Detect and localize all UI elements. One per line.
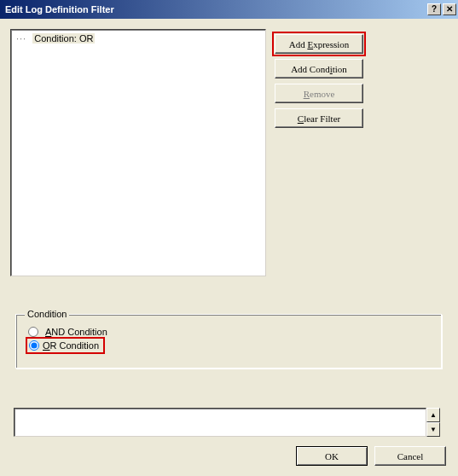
filter-tree[interactable]: ··· Condition: OR [10,29,266,276]
tree-root-node[interactable]: ··· Condition: OR [16,33,95,44]
or-condition-radio[interactable] [29,340,39,351]
and-condition-radio[interactable] [28,327,38,337]
clear-filter-button[interactable]: Clear Filter [275,108,363,128]
and-condition-row[interactable]: AND Condition [28,327,432,337]
titlebar: Edit Log Definition Filter ? ✕ [0,0,458,19]
or-condition-row[interactable]: OR Condition [28,340,432,351]
action-button-column: Add Expression Add Condition Remove Clea… [275,34,367,128]
tree-connector-icon: ··· [16,33,30,44]
and-condition-label: AND Condition [45,327,107,337]
expression-spinner: ▲ ▼ [426,408,440,437]
condition-legend: Condition [25,309,69,319]
condition-groupbox: Condition AND Condition OR Condition [15,309,442,369]
help-button[interactable]: ? [427,3,441,15]
dialog-body: ··· Condition: OR Add Expression Add Con… [0,19,458,476]
expression-textbox[interactable] [14,408,426,437]
add-condition-button[interactable]: Add Condition [275,59,363,78]
cancel-button[interactable]: Cancel [374,446,446,466]
or-condition-label: OR Condition [43,340,99,351]
window-title: Edit Log Definition Filter [5,4,427,15]
dialog-footer: OK Cancel [296,446,446,466]
tree-root-label: Condition: OR [32,33,95,44]
spin-up-button[interactable]: ▲ [426,408,440,422]
remove-button: Remove [275,84,363,103]
close-button[interactable]: ✕ [443,3,456,15]
add-expression-button[interactable]: Add Expression [275,34,363,54]
ok-button[interactable]: OK [296,446,368,466]
spin-down-button[interactable]: ▼ [426,422,440,437]
expression-text-area: ▲ ▼ [14,408,440,437]
